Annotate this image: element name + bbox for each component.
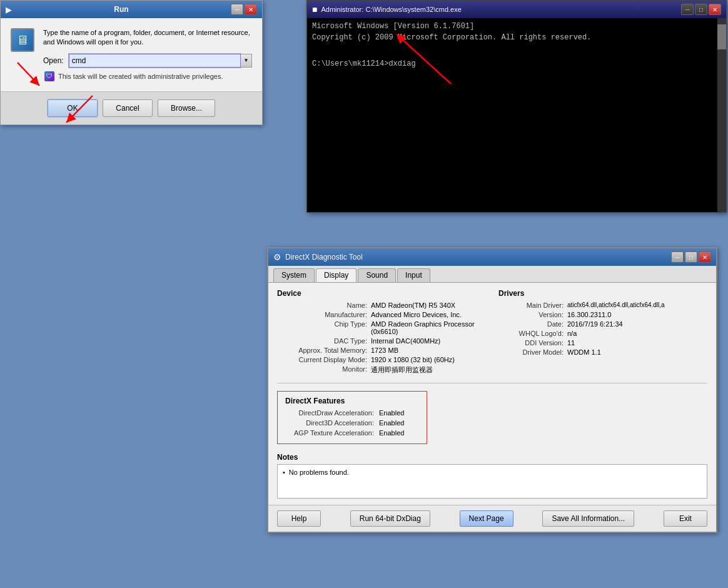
run-title-icon: ▶ xyxy=(6,5,12,14)
cmd-line-2: Copyright (c) 2009 Microsoft Corporation… xyxy=(312,33,721,42)
close-button[interactable]: ✕ xyxy=(245,4,257,15)
driver-main-row: Main Driver: aticfx64.dll,aticfx64.dll,a… xyxy=(498,302,707,309)
device-monitor-label: Monitor: xyxy=(277,365,371,375)
help-button[interactable]: Help xyxy=(277,510,321,527)
device-name-value: AMD Radeon(TM) R5 340X xyxy=(371,302,486,309)
driver-date-label: Date: xyxy=(498,320,567,328)
browse-button[interactable]: Browse... xyxy=(158,99,215,117)
device-dac-row: DAC Type: Internal DAC(400MHz) xyxy=(277,337,486,345)
device-name-label: Name: xyxy=(277,302,371,309)
dxdiag-info-columns: Device Name: AMD Radeon(TM) R5 340X Manu… xyxy=(277,289,707,377)
notes-bullet-dot: • xyxy=(283,469,285,476)
device-name-row: Name: AMD Radeon(TM) R5 340X xyxy=(277,302,486,309)
device-mfr-label: Manufacturer: xyxy=(277,311,371,318)
driver-model-value: WDDM 1.1 xyxy=(567,348,707,356)
cmd-arrow-annotation xyxy=(388,31,488,93)
driver-whql-value: n/a xyxy=(567,330,707,337)
driver-main-label: Main Driver: xyxy=(498,302,567,309)
dxdiag-tabs: System Display Sound Input xyxy=(268,266,716,283)
cmd-content: Microsoft Windows [Version 6.1.7601] Cop… xyxy=(307,18,726,212)
title-bar-buttons: ─ ✕ xyxy=(231,4,257,15)
device-section-title: Device xyxy=(277,289,486,298)
run-input[interactable] xyxy=(69,54,241,68)
cmd-line-4: C:\Users\mk11214>dxdiag xyxy=(312,59,721,68)
driver-version-label: Version: xyxy=(498,311,567,318)
device-mem-row: Approx. Total Memory: 1723 MB xyxy=(277,347,486,354)
tab-sound[interactable]: Sound xyxy=(358,268,396,282)
driver-model-row: Driver Model: WDDM 1.1 xyxy=(498,348,707,356)
driver-version-row: Version: 16.300.2311.0 xyxy=(498,311,707,318)
feature-agp-row: AGP Texture Acceleration: Enabled xyxy=(285,429,419,437)
feature-agp-label: AGP Texture Acceleration: xyxy=(285,429,379,437)
device-mem-label: Approx. Total Memory: xyxy=(277,347,371,354)
driver-date-value: 2016/7/19 6:21:34 xyxy=(567,320,707,328)
device-chip-label: Chip Type: xyxy=(277,320,371,335)
cmd-scrollbar[interactable] xyxy=(717,18,726,212)
drivers-section-title: Drivers xyxy=(498,289,707,298)
run-shield-row: 🛡 This task will be created with adminis… xyxy=(44,71,252,81)
device-dac-label: DAC Type: xyxy=(277,337,371,345)
tab-display[interactable]: Display xyxy=(316,268,356,282)
run-title-bar: ▶ Run ─ ✕ xyxy=(1,1,262,18)
dxdiag-footer: Help Run 64-bit DxDiag Next Page Save Al… xyxy=(268,505,716,532)
driver-ddi-row: DDI Version: 11 xyxy=(498,339,707,347)
dxdiag-minimize-button[interactable]: ─ xyxy=(671,251,684,263)
driver-ddi-label: DDI Version: xyxy=(498,339,567,347)
device-mfr-value: Advanced Micro Devices, Inc. xyxy=(371,311,486,318)
run-shield-text: This task will be created with administr… xyxy=(58,73,223,80)
notes-bullet-text: No problems found. xyxy=(289,469,349,476)
feature-direct3d-label: Direct3D Acceleration: xyxy=(285,419,379,427)
feature-direct3d-value: Enabled xyxy=(379,419,404,427)
dxdiag-title-text: ⚙ DirectX Diagnostic Tool xyxy=(273,252,363,262)
driver-ddi-value: 11 xyxy=(567,339,707,347)
run-text-area: Type the name of a program, folder, docu… xyxy=(43,28,252,81)
dxdiag-close-button[interactable]: ✕ xyxy=(699,251,711,263)
cmd-icon: ■ xyxy=(312,4,317,14)
run-dropdown-button[interactable]: ▼ xyxy=(241,54,252,68)
run-title-text: Run xyxy=(114,5,128,14)
exit-button[interactable]: Exit xyxy=(664,510,707,527)
notes-bullet: • No problems found. xyxy=(283,469,702,476)
cmd-line-3 xyxy=(312,48,721,57)
driver-version-value: 16.300.2311.0 xyxy=(567,311,707,318)
device-mode-row: Current Display Mode: 1920 x 1080 (32 bi… xyxy=(277,356,486,363)
minimize-button[interactable]: ─ xyxy=(231,4,243,15)
save-all-button[interactable]: Save All Information... xyxy=(542,510,634,527)
cmd-scrollbar-thumb[interactable] xyxy=(717,24,726,49)
run-open-row: Open: ▼ xyxy=(43,54,252,68)
dxdiag-body: Device Name: AMD Radeon(TM) R5 340X Manu… xyxy=(268,283,716,505)
cmd-title-buttons: ─ □ ✕ xyxy=(681,4,721,15)
cmd-line-1: Microsoft Windows [Version 6.1.7601] xyxy=(312,22,721,31)
run64-button[interactable]: Run 64-bit DxDiag xyxy=(350,510,430,527)
run-input-wrap: ▼ xyxy=(69,54,252,68)
cmd-minimize-button[interactable]: ─ xyxy=(681,4,694,15)
device-mem-value: 1723 MB xyxy=(371,347,486,354)
svg-line-2 xyxy=(401,38,451,84)
device-chip-value: AMD Radeon Graphics Processor (0x6610) xyxy=(371,320,486,335)
separator-1 xyxy=(277,383,707,383)
driver-date-row: Date: 2016/7/19 6:21:34 xyxy=(498,320,707,328)
device-dac-value: Internal DAC(400MHz) xyxy=(371,337,486,345)
arrow-annotation-2 xyxy=(55,93,111,130)
feature-agp-value: Enabled xyxy=(379,429,404,437)
next-page-button[interactable]: Next Page xyxy=(460,510,513,527)
svg-line-0 xyxy=(18,63,39,86)
cmd-title-bar: ■ Administrator: C:\Windows\system32\cmd… xyxy=(307,1,726,18)
cmd-close-button[interactable]: ✕ xyxy=(709,4,721,15)
tab-system[interactable]: System xyxy=(273,268,315,282)
run-icon-area: 🖥 xyxy=(11,28,36,53)
dxdiag-title-buttons: ─ □ ✕ xyxy=(671,251,711,263)
device-monitor-row: Monitor: 通用即插即用监视器 xyxy=(277,365,486,375)
arrow-annotation-1 xyxy=(5,59,49,94)
svg-line-1 xyxy=(66,96,93,123)
driver-whql-row: WHQL Logo'd: n/a xyxy=(498,330,707,337)
dxdiag-restore-button[interactable]: □ xyxy=(685,251,697,263)
cmd-window: ■ Administrator: C:\Windows\system32\cmd… xyxy=(306,0,727,213)
dxdiag-window: ⚙ DirectX Diagnostic Tool ─ □ ✕ System D… xyxy=(267,247,717,533)
cmd-restore-button[interactable]: □ xyxy=(695,4,707,15)
device-mode-value: 1920 x 1080 (32 bit) (60Hz) xyxy=(371,356,486,363)
notes-label: Notes xyxy=(277,453,707,462)
device-chip-row: Chip Type: AMD Radeon Graphics Processor… xyxy=(277,320,486,335)
device-mfr-row: Manufacturer: Advanced Micro Devices, In… xyxy=(277,311,486,318)
tab-input[interactable]: Input xyxy=(397,268,430,282)
